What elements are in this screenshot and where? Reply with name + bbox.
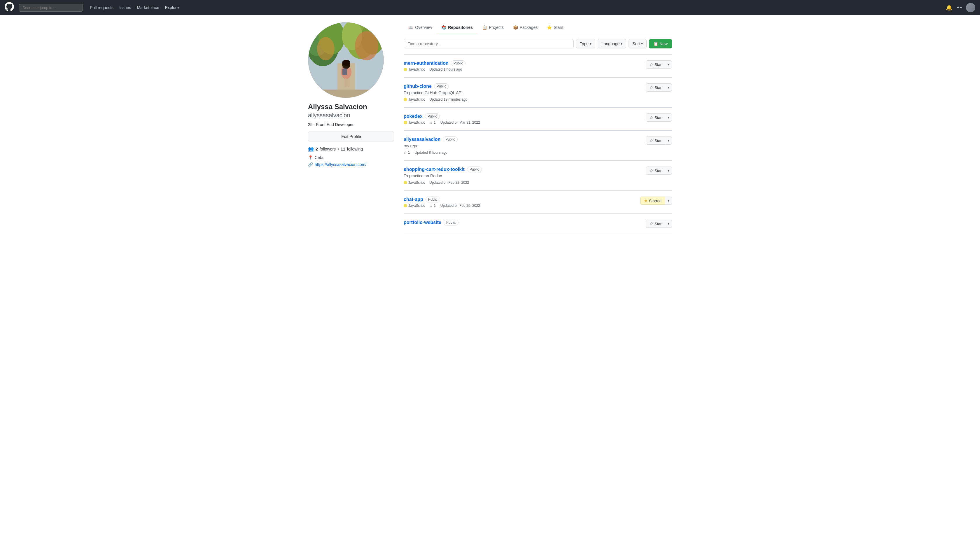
tab-overview-label: Overview	[415, 25, 432, 30]
language-filter-button[interactable]: Language ▾	[598, 39, 626, 48]
type-filter-button[interactable]: Type ▾	[576, 39, 595, 48]
packages-icon: 📦	[513, 25, 518, 30]
language-label: Language	[602, 42, 620, 46]
type-label: Type	[580, 42, 588, 46]
navbar-link-issues[interactable]: Issues	[119, 5, 131, 10]
repo-name-row: mern-authentication Public	[404, 60, 641, 66]
profile-bio: 25 · Front End Developer	[308, 122, 394, 127]
avatar-image-placeholder	[308, 22, 383, 98]
star-dropdown-button[interactable]: ▾	[665, 197, 672, 205]
repo-visibility-badge: Public	[425, 113, 440, 119]
star-repo-button[interactable]: ☆ Star	[646, 167, 665, 175]
navbar-link-pull-requests[interactable]: Pull requests	[90, 5, 113, 10]
star-chevron-icon: ▾	[668, 115, 669, 120]
plus-icon: +	[957, 5, 960, 11]
repo-language: JavaScript	[404, 180, 425, 185]
star-repo-button[interactable]: ☆ Star	[646, 113, 665, 122]
repo-name-link[interactable]: chat-app	[404, 197, 423, 202]
tab-projects[interactable]: 📋 Projects	[477, 22, 508, 33]
star-dropdown-button[interactable]: ▾	[665, 137, 672, 145]
repo-name-link[interactable]: shopping-cart-redux-toolkit	[404, 167, 465, 172]
profile-avatar	[308, 22, 384, 98]
new-repo-button[interactable]: 📋 New	[649, 39, 672, 48]
repo-visibility-badge: Public	[443, 220, 458, 225]
sort-button[interactable]: Sort ▾	[628, 39, 647, 48]
tab-stars[interactable]: ⭐ Stars	[542, 22, 568, 33]
notifications-bell-icon[interactable]: 🔔	[946, 4, 952, 11]
repo-info: allyssasalvacion Public my repo ☆ 1 Upda…	[404, 137, 641, 155]
svg-point-13	[342, 60, 350, 66]
language-color-dot	[404, 98, 407, 101]
repo-name-link[interactable]: pokedex	[404, 114, 423, 119]
repo-language: JavaScript	[404, 67, 425, 72]
repo-language: JavaScript	[404, 203, 425, 208]
tab-overview[interactable]: 📖 Overview	[404, 22, 437, 33]
repo-name-link[interactable]: mern-authentication	[404, 61, 448, 66]
repo-list: mern-authentication Public JavaScript Up…	[404, 54, 672, 234]
repo-list-item: portfolio-website Public ☆ Star ▾	[404, 214, 672, 234]
repo-language: JavaScript	[404, 120, 425, 125]
star-dropdown-button[interactable]: ▾	[665, 113, 672, 122]
create-new-button[interactable]: + ▾	[957, 5, 962, 11]
repo-updated-time: Updated on Mar 31, 2022	[440, 120, 480, 125]
star-chevron-icon: ▾	[668, 62, 669, 67]
star-button-group: ☆ Star ▾	[646, 220, 672, 228]
website-row: 🔗 https://allyssasalvacion.com/	[308, 162, 394, 167]
global-search-input[interactable]	[19, 4, 83, 12]
star-icon: ☆	[650, 62, 653, 67]
navbar-link-explore[interactable]: Explore	[165, 5, 179, 10]
star-chevron-icon: ▾	[668, 85, 669, 90]
star-button-group: ☆ Star ▾	[646, 137, 672, 145]
navbar-link-marketplace[interactable]: Marketplace	[137, 5, 159, 10]
repo-search-input[interactable]	[404, 39, 574, 48]
star-repo-button[interactable]: ☆ Star	[646, 83, 665, 92]
star-button-group: ☆ Star ▾	[646, 60, 672, 68]
following-count[interactable]: 11	[341, 147, 345, 152]
star-button-group: ☆ Star ▾	[646, 113, 672, 122]
tab-repositories[interactable]: 📚 Repositories	[437, 22, 477, 33]
star-repo-button[interactable]: ☆ Star	[646, 60, 665, 68]
user-avatar[interactable]	[966, 3, 975, 12]
repo-name-row: allyssasalvacion Public	[404, 137, 641, 142]
star-dropdown-button[interactable]: ▾	[665, 167, 672, 175]
language-color-dot	[404, 181, 407, 184]
star-repo-button[interactable]: ☆ Star	[646, 137, 665, 145]
followers-separator: •	[337, 147, 339, 152]
star-repo-button[interactable]: ★ Starred	[640, 197, 665, 205]
repo-name-link[interactable]: allyssasalvacion	[404, 137, 440, 142]
star-button-label: Star	[655, 168, 662, 173]
star-button-group: ☆ Star ▾	[646, 167, 672, 175]
repo-visibility-badge: Public	[451, 60, 466, 66]
repo-info: shopping-cart-redux-toolkit Public To pr…	[404, 167, 641, 185]
star-dropdown-button[interactable]: ▾	[665, 220, 672, 228]
github-logo-icon[interactable]	[5, 2, 14, 13]
followers-row: 👥 2 followers • 11 following	[308, 146, 394, 152]
avatar-image	[966, 3, 975, 12]
repo-list-item: allyssasalvacion Public my repo ☆ 1 Upda…	[404, 131, 672, 161]
svg-rect-16	[347, 78, 350, 87]
repo-name-row: portfolio-website Public	[404, 220, 641, 225]
repo-name-link[interactable]: portfolio-website	[404, 220, 441, 225]
language-color-dot	[404, 121, 407, 124]
repo-updated-time: Updated 1 hours ago	[429, 67, 462, 72]
language-chevron-icon: ▾	[621, 42, 622, 46]
chevron-icon: ▾	[960, 6, 962, 10]
star-button-label: Star	[655, 222, 662, 226]
star-repo-button[interactable]: ☆ Star	[646, 220, 665, 228]
profile-website-link[interactable]: https://allyssasalvacion.com/	[315, 162, 366, 167]
new-repo-icon: 📋	[653, 42, 658, 46]
location-row: 📍 Cebu	[308, 155, 394, 160]
star-dropdown-button[interactable]: ▾	[665, 60, 672, 68]
repo-name-link[interactable]: github-clone	[404, 84, 432, 89]
star-icon: ☆	[650, 222, 653, 226]
star-dropdown-button[interactable]: ▾	[665, 83, 672, 92]
edit-profile-button[interactable]: Edit Profile	[308, 132, 394, 142]
following-label: following	[347, 147, 363, 152]
repo-language: JavaScript	[404, 97, 425, 102]
star-icon: ☆	[650, 138, 653, 143]
star-count-icon: ☆	[404, 150, 407, 155]
repo-list-item: shopping-cart-redux-toolkit Public To pr…	[404, 161, 672, 191]
tab-packages[interactable]: 📦 Packages	[508, 22, 542, 33]
followers-count[interactable]: 2	[316, 147, 318, 152]
avatar-scene-svg	[308, 22, 384, 98]
